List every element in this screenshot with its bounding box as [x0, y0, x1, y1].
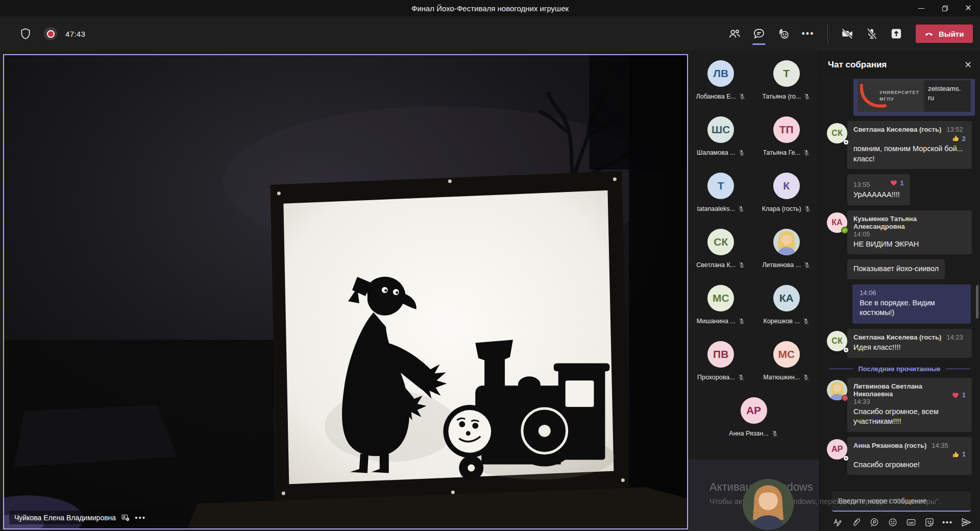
attach-button[interactable] [850, 517, 861, 528]
close-button[interactable]: ✕ [957, 0, 980, 16]
hang-up-icon [924, 29, 934, 39]
presence-offline-icon [844, 456, 848, 461]
participant-tile[interactable]: АР Анна Рязан... [723, 397, 785, 445]
avatar: ПВ [707, 341, 734, 368]
leave-button[interactable]: Выйти [916, 25, 973, 43]
participant-tile[interactable]: КА Корешков ... [756, 285, 817, 333]
participant-name: Корешков ... [764, 318, 800, 325]
speaker-name-chip: Чуйкова Елена Владимировна ••• [9, 511, 151, 524]
close-icon: ✕ [965, 4, 971, 12]
reactions-button[interactable] [773, 23, 794, 44]
participant-tile[interactable]: МС Матюшкин... [756, 341, 817, 389]
share-screen-button[interactable] [886, 23, 906, 44]
participant-tile[interactable]: ТП Татьяна Ге... [756, 116, 817, 164]
message-time: 14:05 [853, 230, 870, 238]
participant-tile[interactable]: К Клара (гость) [756, 173, 817, 221]
camera-toggle-button[interactable] [837, 23, 857, 44]
participants-rail: ЛВ Лобанова Е... Т Татьяна (го... ШС Шал… [688, 51, 819, 531]
message-text: Спасибо огромное! [853, 460, 966, 470]
participant-tile[interactable]: ШС Шаламова ... [690, 116, 751, 164]
avatar: КА [773, 285, 800, 311]
mic-off-icon [802, 318, 810, 325]
participant-name: Светлана К... [696, 261, 736, 269]
message-text: Показывает йохо-сиивол [853, 264, 939, 274]
message-author: Кузьменко Татьяна Александровна [853, 215, 966, 230]
restore-button[interactable] [933, 0, 957, 16]
mic-off-icon [738, 374, 745, 381]
sticker-icon [924, 517, 935, 527]
reaction-chip[interactable]: 2 [951, 134, 966, 142]
message-text: помним, помним Морской бой... класс! [853, 144, 966, 164]
participant-name: Татьяна Ге... [763, 149, 800, 156]
media-link[interactable]: zelsteams.ru [924, 80, 971, 112]
participant-tile[interactable]: Т tatanaaleks... [690, 173, 751, 221]
presence-offline-icon [844, 140, 848, 144]
more-actions-button[interactable]: ••• [798, 23, 818, 44]
avatar: МС [707, 285, 734, 311]
send-button[interactable] [961, 517, 972, 528]
avatar: К [773, 173, 800, 199]
mic-off-icon [738, 205, 745, 212]
participant-tile[interactable]: Т Татьяна (го... [756, 60, 817, 108]
mic-toggle-button[interactable] [862, 23, 882, 44]
video-settings-icon[interactable] [121, 513, 130, 522]
format-button[interactable] [832, 517, 843, 528]
minimize-button[interactable] [910, 0, 933, 16]
message-time: 14:35 [932, 442, 948, 449]
participant-name: Анна Рязан... [729, 430, 768, 437]
participant-name: Шаламова ... [697, 149, 736, 156]
main-video-stage: Чуйкова Елена Владимировна ••• [3, 54, 688, 529]
mic-off-icon [803, 261, 811, 269]
avatar: ЛВ [707, 60, 734, 87]
message-text: УрАААААА!!!! [853, 190, 904, 200]
window-title: Финал Йохо-Фестиваля новогодних игрушек [0, 4, 980, 13]
mic-off-icon [803, 93, 811, 100]
emoji-button[interactable] [887, 517, 898, 528]
mic-off-icon [804, 205, 811, 212]
chat-header: Чат собрания ✕ [820, 51, 980, 79]
chat-button[interactable] [749, 23, 769, 44]
chat-close-button[interactable]: ✕ [964, 60, 972, 69]
avatar-photo [773, 229, 800, 255]
compose-more-button[interactable]: ••• [942, 517, 953, 528]
participant-name: Прохорова... [697, 374, 735, 381]
participant-tile[interactable]: ЛВ Лобанова Е... [690, 60, 751, 108]
loop-button[interactable] [869, 517, 879, 528]
chat-scrollbar-thumb[interactable] [976, 285, 978, 319]
gif-button[interactable] [905, 517, 916, 528]
teams-meeting-window: Финал Йохо-Фестиваля новогодних игрушек … [0, 0, 980, 531]
thumbs-up-icon [951, 134, 960, 142]
message-time: 14:33 [853, 398, 870, 405]
participant-name: Лобанова Е... [696, 93, 736, 100]
participants-button[interactable] [724, 23, 745, 44]
locomotive-face [448, 410, 491, 453]
participant-name: tatanaaleks... [697, 205, 735, 212]
new-message-input[interactable] [832, 491, 971, 512]
message-text: Идея класс!!!! [853, 343, 966, 353]
presence-busy-icon [842, 395, 848, 401]
reaction-chip[interactable]: 1 [951, 450, 966, 458]
mic-off-icon [739, 93, 746, 100]
camera-off-icon [841, 27, 854, 40]
chat-message: Литвинова Светлана Николаевна 14:33 1 Сп… [827, 378, 972, 432]
message-author: Литвинова Светлана Николаевна [853, 382, 940, 398]
restore-icon [942, 6, 948, 11]
smiley-icon [888, 517, 898, 527]
reaction-chip[interactable]: 1 [951, 391, 966, 399]
avatar: СК [707, 229, 734, 255]
meeting-info-button[interactable] [15, 23, 36, 44]
participant-tile[interactable]: ПВ Прохорова... [690, 341, 751, 389]
message-time: 13:52 [946, 126, 963, 133]
participant-tile[interactable]: СК Светлана К... [690, 229, 751, 277]
message-time: 13:55 [853, 181, 870, 188]
media-bubble[interactable]: УНИВЕРСИТЕТМГПУ zelsteams.ru [853, 79, 975, 116]
reaction-chip[interactable]: 1 [890, 179, 904, 187]
sticker-button[interactable] [924, 517, 935, 528]
participant-tile[interactable]: МС Мишанина ... [690, 285, 751, 333]
record-icon [47, 30, 55, 38]
participant-tile[interactable]: Литвинова ... [756, 229, 817, 277]
self-avatar[interactable] [743, 479, 794, 530]
heart-icon [951, 391, 960, 399]
message-text: НЕ ВИДИМ ЭКРАН [853, 239, 966, 250]
avatar: МС [773, 341, 800, 368]
